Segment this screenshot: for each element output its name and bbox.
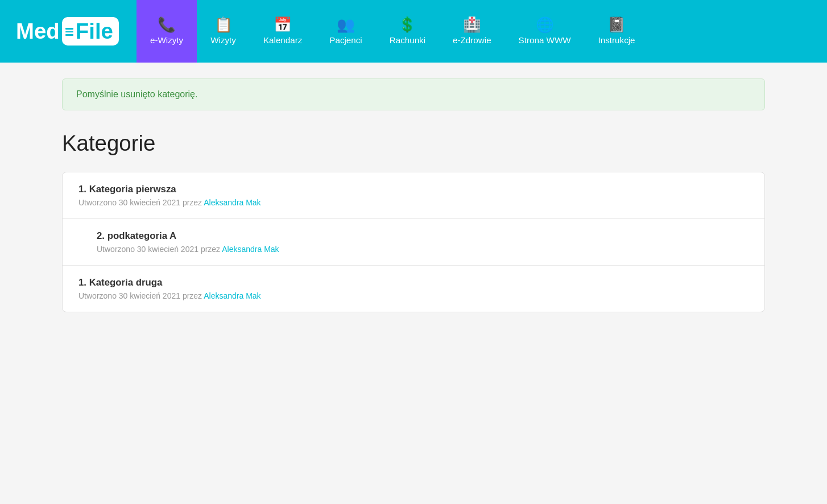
kalendarz-label: Kalendarz	[263, 35, 302, 45]
rachunki-label: Rachunki	[390, 35, 425, 45]
category-author-1[interactable]: Aleksandra Mak	[204, 198, 260, 207]
wizyty-label: Wizyty	[210, 35, 236, 45]
category-item-1: 1. Kategoria pierwsza Utworzono 30 kwiec…	[63, 172, 764, 219]
nav-items-container: 📞 e-Wizyty 📋 Wizyty 📅 Kalendarz 👥 Pacjen…	[137, 0, 827, 63]
category-name-1: 1. Kategoria pierwsza	[78, 184, 749, 195]
categories-card: 1. Kategoria pierwsza Utworzono 30 kwiec…	[62, 172, 765, 312]
logo-med-text: Med	[16, 19, 60, 44]
wizyty-icon: 📋	[214, 18, 233, 32]
pacjenci-icon: 👥	[337, 18, 355, 32]
category-meta-1: Utworzono 30 kwiecień 2021 przez Aleksan…	[78, 198, 749, 207]
rachunki-icon: 💲	[398, 18, 416, 32]
nav-item-rachunki[interactable]: 💲 Rachunki	[376, 0, 439, 63]
e-zdrowie-icon: 🏥	[463, 18, 481, 32]
page-title: Kategorie	[62, 131, 765, 156]
strona-www-icon: 🌐	[536, 18, 554, 32]
pacjenci-label: Pacjenci	[329, 35, 362, 45]
category-meta-3: Utworzono 30 kwiecień 2021 przez Aleksan…	[78, 291, 749, 300]
nav-item-e-zdrowie[interactable]: 🏥 e-Zdrowie	[439, 0, 505, 63]
nav-item-wizyty[interactable]: 📋 Wizyty	[197, 0, 250, 63]
nav-item-e-wizyty[interactable]: 📞 e-Wizyty	[137, 0, 197, 63]
category-meta-2: Utworzono 30 kwiecień 2021 przez Aleksan…	[97, 245, 749, 254]
logo-file-text: File	[76, 19, 113, 44]
category-name-3: 1. Kategoria druga	[78, 277, 749, 288]
logo-file-box: File	[62, 17, 119, 46]
kalendarz-icon: 📅	[274, 18, 292, 32]
nav-item-pacjenci[interactable]: 👥 Pacjenci	[316, 0, 375, 63]
category-name-2: 2. podkategoria A	[97, 230, 749, 242]
file-icon	[65, 28, 73, 36]
category-item-2: 2. podkategoria A Utworzono 30 kwiecień …	[63, 219, 764, 266]
strona-www-label: Strona WWW	[519, 35, 571, 45]
instrukcje-label: Instrukcje	[598, 35, 635, 45]
category-author-2[interactable]: Aleksandra Mak	[222, 245, 279, 254]
main-nav: Med File 📞 e-Wizyty 📋 Wizyty 📅 Kalendarz…	[0, 0, 827, 63]
nav-item-kalendarz[interactable]: 📅 Kalendarz	[250, 0, 316, 63]
main-content: Pomyślnie usunięto kategorię. Kategorie …	[44, 63, 783, 328]
category-author-3[interactable]: Aleksandra Mak	[204, 291, 260, 300]
success-alert: Pomyślnie usunięto kategorię.	[62, 79, 765, 110]
nav-item-strona-www[interactable]: 🌐 Strona WWW	[505, 0, 585, 63]
e-wizyty-icon: 📞	[158, 18, 176, 32]
e-wizyty-label: e-Wizyty	[150, 35, 183, 45]
e-zdrowie-label: e-Zdrowie	[453, 35, 491, 45]
instrukcje-icon: 📓	[607, 18, 626, 32]
nav-item-instrukcje[interactable]: 📓 Instrukcje	[585, 0, 649, 63]
alert-message: Pomyślnie usunięto kategorię.	[76, 89, 197, 99]
logo: Med File	[0, 0, 137, 63]
category-item-3: 1. Kategoria druga Utworzono 30 kwiecień…	[63, 266, 764, 312]
